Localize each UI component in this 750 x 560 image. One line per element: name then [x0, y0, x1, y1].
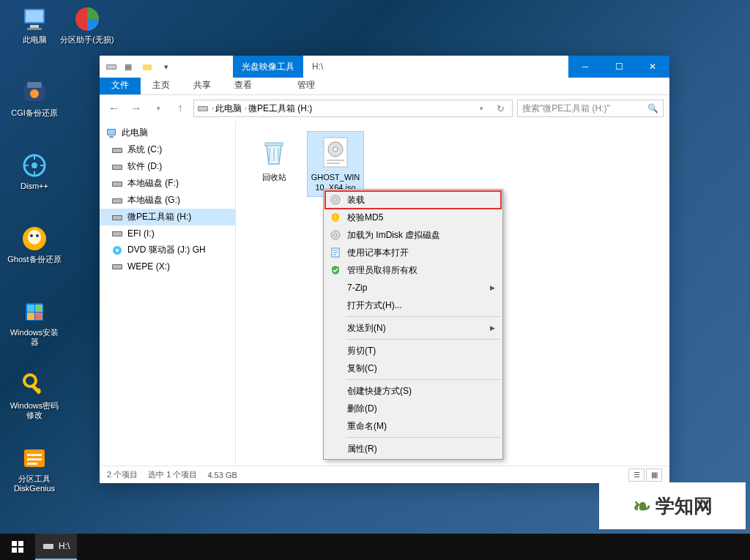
nav-recent-dropdown[interactable]: ▾	[149, 100, 167, 117]
context-menu-item[interactable]: 打开方式(H)...	[325, 296, 501, 314]
svg-rect-21	[27, 313, 34, 320]
nav-up-button[interactable]: ↑	[171, 100, 189, 117]
desktop-icon-dism[interactable]: Dism++	[7, 151, 62, 191]
nav-forward-button[interactable]: →	[127, 100, 145, 117]
svg-rect-58	[327, 160, 344, 161]
status-size: 4.53 GB	[207, 471, 237, 479]
context-menu-label: 发送到(N)	[347, 322, 386, 335]
svg-rect-27	[27, 454, 42, 456]
qat-new-folder-icon[interactable]	[139, 59, 155, 75]
view-details-button[interactable]: ☰	[628, 468, 645, 482]
context-menu-item[interactable]: 装载	[325, 191, 501, 209]
desktop-icon-windows-password[interactable]: Windows密码修改	[7, 370, 62, 420]
nav-back-button[interactable]: ←	[105, 100, 123, 117]
context-menu-item[interactable]: 7-Zip▶	[325, 279, 501, 296]
context-menu-item[interactable]: 管理员取得所有权	[325, 261, 501, 279]
svg-rect-45	[113, 199, 122, 203]
partition-assistant-icon	[73, 4, 102, 34]
tab-home[interactable]: 主页	[141, 76, 182, 94]
svg-rect-41	[113, 165, 122, 169]
svg-rect-54	[265, 143, 283, 146]
breadcrumb-segment[interactable]: ›微PE工具箱 (H:)	[245, 102, 312, 115]
context-menu-separator	[346, 339, 500, 340]
tree-item[interactable]: 软件 (D:)	[100, 158, 235, 175]
svg-rect-73	[43, 544, 53, 549]
context-menu-item[interactable]: 复制(C)	[325, 359, 501, 377]
context-menu-label: 装载	[347, 194, 365, 206]
svg-rect-19	[27, 305, 34, 312]
context-menu-label: 打开方式(H)...	[347, 299, 402, 312]
drive-icon	[111, 161, 123, 173]
navigation-pane[interactable]: 此电脑 系统 (C:)软件 (D:)本地磁盘 (F:)本地磁盘 (G:)微PE工…	[100, 122, 236, 466]
context-menu-item[interactable]: 使用记事本打开	[325, 244, 501, 261]
tree-item[interactable]: 本地磁盘 (F:)	[100, 175, 235, 192]
search-icon: 🔍	[647, 103, 658, 113]
watermark: ❧ 学知网	[599, 482, 746, 529]
context-menu-label: 管理员取得所有权	[347, 264, 417, 277]
tree-item[interactable]: WEPE (X:)	[100, 258, 235, 275]
desktop-icon-cgi-backup[interactable]: CGI备份还原	[7, 78, 62, 118]
tree-item[interactable]: DVD 驱动器 (J:) GH	[100, 242, 235, 258]
tab-view[interactable]: 查看	[223, 76, 264, 94]
drive-icon	[111, 212, 123, 223]
tree-item-label: WEPE (X:)	[127, 261, 170, 272]
svg-rect-39	[113, 149, 122, 152]
tab-share[interactable]: 共享	[182, 76, 223, 94]
titlebar[interactable]: ▦ ▾ 光盘映像工具 H:\ ─ ☐ ✕	[100, 56, 669, 78]
context-menu-label: 复制(C)	[347, 362, 377, 375]
start-button[interactable]	[0, 534, 35, 560]
desktop-icon-ghost-backup[interactable]: Ghost备份还原	[7, 224, 62, 264]
desktop-icon-label: 此电脑	[7, 35, 62, 45]
breadcrumb-segment[interactable]: ›此电脑	[212, 102, 242, 115]
tab-manage[interactable]: 管理	[286, 76, 327, 94]
status-selected-count: 选中 1 个项目	[148, 469, 197, 480]
windows-password-icon	[20, 370, 49, 400]
desktop-icon-windows-installer[interactable]: Windows安装器	[7, 297, 62, 347]
svg-rect-72	[18, 548, 23, 553]
svg-rect-2	[30, 25, 39, 28]
tab-file[interactable]: 文件	[100, 76, 141, 94]
taskbar[interactable]: H:\	[0, 534, 750, 560]
refresh-button[interactable]: ↻	[491, 100, 509, 117]
context-menu-item[interactable]: 剪切(T)	[325, 342, 501, 359]
desktop-icon-label: Windows密码修改	[7, 401, 62, 420]
view-icons-button[interactable]: ▦	[646, 468, 662, 482]
context-menu-label: 7-Zip	[347, 283, 367, 293]
context-menu-item[interactable]: 重命名(M)	[325, 417, 501, 435]
context-menu-item[interactable]: 删除(D)	[325, 400, 501, 417]
context-menu-item[interactable]: 创建快捷方式(S)	[325, 382, 501, 400]
context-menu-item[interactable]: 加载为 ImDisk 虚拟磁盘	[325, 226, 501, 244]
minimize-button[interactable]: ─	[568, 56, 602, 78]
this-pc-icon	[20, 4, 49, 34]
svg-rect-22	[35, 313, 42, 320]
context-menu-label: 校验MD5	[347, 212, 383, 224]
address-dropdown-icon[interactable]: ▾	[472, 100, 490, 117]
tree-item[interactable]: EFI (I:)	[100, 225, 235, 242]
close-button[interactable]: ✕	[636, 56, 669, 78]
file-item[interactable]: GHOST_WIN10_X64.iso	[308, 132, 363, 196]
desktop-icon-diskgenius[interactable]: 分区工具DiskGenius	[7, 444, 62, 493]
qat-dropdown-icon[interactable]: ▾	[158, 59, 174, 75]
file-item[interactable]: 回收站	[246, 132, 302, 186]
tree-item[interactable]: 微PE工具箱 (H:)	[100, 209, 235, 225]
taskbar-explorer-button[interactable]: H:\	[35, 534, 77, 560]
address-bar[interactable]: ›此电脑 ›微PE工具箱 (H:) ▾ ↻	[193, 100, 513, 117]
maximize-button[interactable]: ☐	[602, 56, 636, 78]
svg-point-51	[116, 249, 119, 252]
context-menu-item[interactable]: 发送到(N)▶	[325, 319, 501, 337]
tree-this-pc[interactable]: 此电脑	[100, 124, 235, 141]
context-menu-item[interactable]: 属性(R)	[325, 440, 501, 458]
disc-icon	[330, 229, 341, 241]
qat-properties-icon[interactable]: ▦	[120, 59, 136, 75]
drive-icon	[105, 61, 117, 72]
tree-item[interactable]: 系统 (C:)	[100, 141, 235, 158]
desktop-icon-partition-assistant[interactable]: 分区助手(无损)	[60, 4, 114, 45]
svg-rect-32	[143, 64, 152, 70]
desktop-icon-this-pc[interactable]: 此电脑	[7, 4, 62, 45]
svg-rect-53	[113, 265, 122, 269]
svg-point-64	[334, 234, 337, 236]
svg-rect-6	[27, 82, 42, 88]
tree-item[interactable]: 本地磁盘 (G:)	[100, 192, 235, 209]
search-input[interactable]: 搜索"微PE工具箱 (H:)" 🔍	[517, 100, 664, 117]
context-menu-item[interactable]: !校验MD5	[325, 209, 501, 226]
